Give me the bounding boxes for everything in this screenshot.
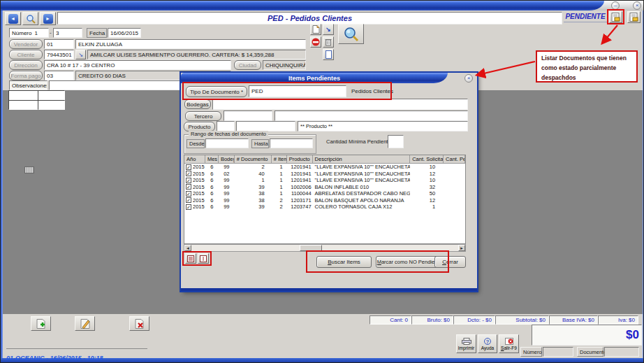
deselect-all-button[interactable]	[198, 253, 209, 264]
magnifier-icon	[344, 27, 359, 42]
nav-forward-button[interactable]: ►	[40, 12, 56, 25]
close-button[interactable]: ×	[633, 1, 641, 10]
cantidad-minima-field[interactable]	[388, 135, 404, 148]
numero-consecutivo-field[interactable]: 3	[53, 28, 82, 38]
tercero-code-field[interactable]	[224, 111, 272, 121]
table-row[interactable]: ✓20156993821203171BALON BASQUET APOLO NA…	[184, 197, 465, 204]
vendedor-code-field[interactable]: 01	[44, 39, 74, 49]
dialog-close-button[interactable]: ×	[464, 74, 473, 83]
bodegas-field[interactable]	[212, 99, 468, 110]
bodegas-button[interactable]: Bodegas	[184, 99, 211, 109]
buscar-items-button[interactable]: Buscar Items	[316, 256, 372, 268]
table-row[interactable]: ✓2015699111201941"LLAVE EXPANSIVA 10"" E…	[184, 177, 465, 184]
cliente-button[interactable]: Cliente	[9, 50, 43, 59]
desde-field[interactable]	[205, 138, 249, 148]
table-cell: 50	[410, 190, 444, 197]
table-row[interactable]: ✓20156993911002006BALON INFLABLE 01032	[184, 184, 465, 191]
forma-pago-button[interactable]: Forma pago	[9, 71, 43, 80]
table-cell: 6	[205, 171, 219, 178]
direccion-button[interactable]: Dirección	[9, 60, 43, 70]
column-header[interactable]: Cant. Pe	[444, 155, 465, 164]
table-cell: 38	[235, 197, 272, 204]
partial-document-icon	[629, 13, 638, 22]
cliente-code-field[interactable]: 79443501	[44, 50, 74, 59]
edit-row-button[interactable]	[75, 316, 95, 331]
scroll-thumb[interactable]	[300, 245, 322, 251]
cantidad-minima-label: Cantidad Mínima Pendiente	[326, 138, 391, 145]
table-header-row: Año Mes Bodega # Documento # Item Produc…	[184, 155, 465, 164]
items-table-stub	[8, 90, 64, 109]
direccion-field[interactable]: CRA 10 # 17 - 39 CENTRO	[44, 60, 231, 70]
ayuda-button[interactable]: ? Ayuda	[478, 334, 497, 353]
column-header[interactable]: Bodega	[219, 155, 235, 164]
imprimir-button[interactable]: Imprimir	[456, 334, 476, 353]
table-cell: 99	[219, 184, 235, 191]
fecha-field[interactable]: 16/06/2015	[108, 28, 141, 38]
scroll-left-arrow[interactable]: ◄	[184, 245, 191, 251]
minimize-button[interactable]: –	[611, 1, 620, 10]
hasta-field[interactable]	[270, 138, 313, 148]
table-row[interactable]: ✓20156993921203747COLERO TORNASOL CAJA X…	[184, 204, 465, 211]
cancel-document-button[interactable]	[310, 36, 321, 48]
printer-icon	[462, 338, 471, 345]
ciudad-button[interactable]: Ciudad	[234, 60, 261, 70]
delete-item-button[interactable]	[323, 36, 334, 48]
table-cell: "LLAVE EXPANSIVA 10"" ENCAUCHETADA"	[313, 171, 411, 178]
table-cell: 10	[410, 164, 444, 171]
producto-desc-field[interactable]: ** Producto **	[298, 121, 468, 131]
numero-field[interactable]: Número 1	[9, 28, 49, 38]
producto-button[interactable]: Producto	[184, 122, 215, 131]
assign-button[interactable]: ↘	[323, 24, 334, 35]
salir-button[interactable]: Salir-F9	[499, 334, 519, 353]
annotation-line: como estado parcialmente	[541, 63, 632, 73]
document-copy-button[interactable]	[323, 49, 334, 60]
tipo-documento-field[interactable]: PED	[249, 85, 346, 97]
delete-row-button[interactable]	[129, 316, 149, 331]
table-row[interactable]: ✓20156993811100044ABRELATAS DESTAPADOR C…	[184, 190, 465, 197]
row-checkbox[interactable]: ✓	[186, 191, 191, 197]
producto-code2-field[interactable]	[236, 121, 295, 131]
select-all-button[interactable]	[185, 253, 196, 264]
column-header[interactable]: Descripción	[313, 155, 411, 164]
tipo-documento-button[interactable]: Tipo De Documento *	[186, 86, 247, 97]
cliente-lookup-button[interactable]: ↘	[75, 50, 86, 59]
table-hscrollbar[interactable]: ◄ ►	[184, 244, 466, 252]
table-row[interactable]: ✓2015699211201941"LLAVE EXPANSIVA 10"" E…	[184, 164, 465, 171]
vendedor-button[interactable]: Vendedor	[9, 39, 43, 49]
add-row-button[interactable]	[31, 316, 51, 331]
new-document-button[interactable]	[310, 24, 321, 35]
table-row[interactable]: ✓20156024011201941"LLAVE EXPANSIVA 10"" …	[184, 171, 465, 178]
nav-back-button[interactable]: ◄	[5, 12, 21, 25]
producto-code-field[interactable]	[217, 121, 235, 131]
dialog-titlebar[interactable]: Items Pendientes	[181, 73, 448, 83]
search-button[interactable]	[22, 12, 38, 25]
status-iva: Iva: $0	[598, 315, 638, 325]
row-checkbox[interactable]: ✓	[186, 171, 191, 176]
tercero-button[interactable]: Tercero	[185, 111, 221, 121]
table-cell	[444, 190, 465, 197]
cerrar-button[interactable]: Cerrar	[434, 256, 466, 268]
numero-separator: -	[50, 29, 52, 36]
column-header[interactable]: Producto	[287, 155, 313, 164]
table-cell: 1	[410, 204, 444, 211]
table-cell: 1201941	[287, 164, 313, 171]
search-documents-button[interactable]	[338, 24, 364, 44]
column-header[interactable]: # Documento	[235, 155, 272, 164]
column-header[interactable]: Cant. Solicitada	[410, 155, 444, 164]
row-checkbox[interactable]: ✓	[186, 204, 191, 210]
column-header[interactable]: Año	[184, 155, 205, 164]
table-cell: 39	[235, 204, 272, 211]
items-pendientes-dialog: Items Pendientes × Tipo De Documento * P…	[181, 73, 477, 291]
row-checkbox[interactable]: ✓	[186, 178, 191, 183]
column-header[interactable]: Mes	[205, 155, 219, 164]
row-checkbox[interactable]: ✓	[186, 164, 191, 170]
forma-pago-code-field[interactable]: 03	[44, 71, 74, 80]
scroll-right-arrow[interactable]: ►	[458, 245, 465, 251]
table-cell: 99	[219, 197, 235, 204]
list-partial-documents-button[interactable]	[627, 11, 641, 23]
column-header[interactable]: # Item	[272, 155, 287, 164]
list-pending-documents-button[interactable]	[609, 11, 622, 23]
row-checkbox[interactable]: ✓	[186, 184, 191, 190]
list-uncheck-icon	[200, 255, 207, 262]
row-checkbox[interactable]: ✓	[186, 197, 191, 203]
